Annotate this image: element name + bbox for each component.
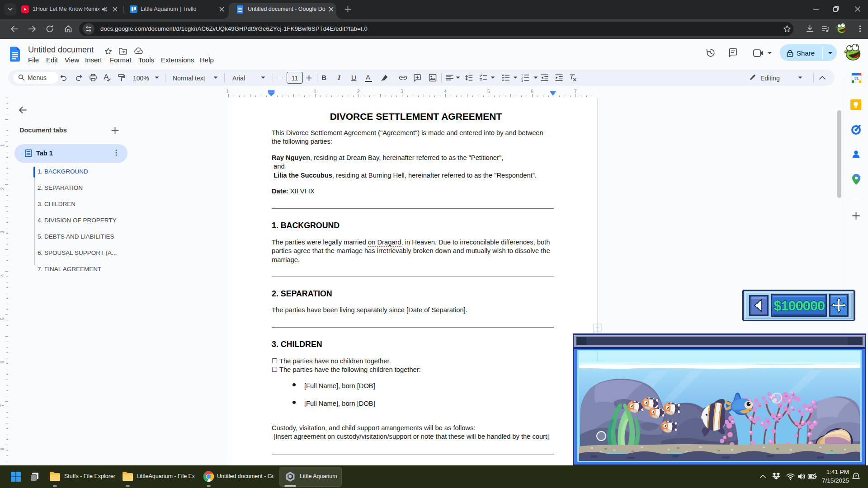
svg-text:$100000: $100000 (774, 299, 825, 314)
svg-text:z: z (855, 474, 857, 478)
svg-text:31: 31 (854, 76, 859, 80)
svg-text:3: 3 (521, 79, 523, 82)
